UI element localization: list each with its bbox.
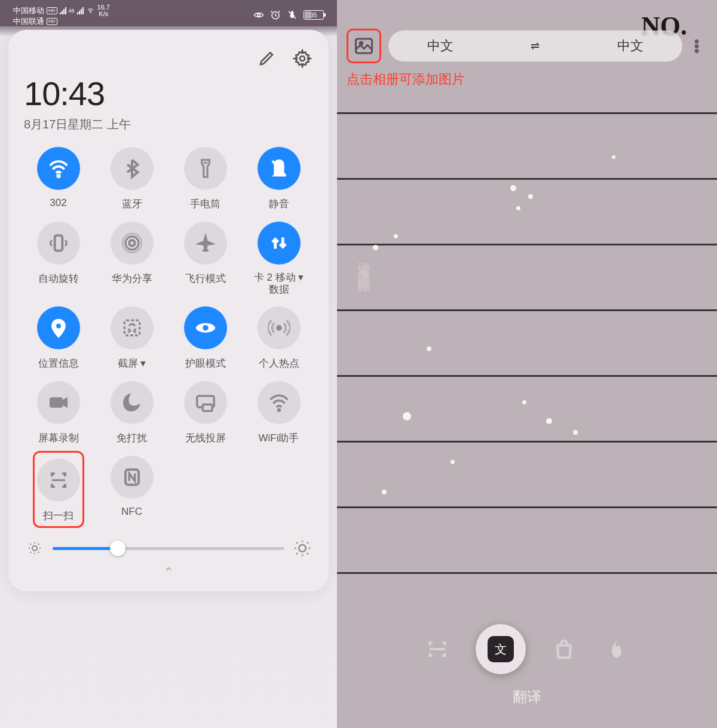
tile-share-label: 华为分享: [112, 272, 152, 285]
tile-nfc[interactable]: NFC: [97, 456, 166, 523]
tile-screenshot[interactable]: 截屏 ▾: [97, 306, 166, 370]
tile-share[interactable]: 华为分享: [97, 222, 166, 296]
tile-eye-label: 护眼模式: [185, 357, 226, 370]
tile-flashlight[interactable]: 手电筒: [171, 147, 240, 211]
tile-record-button[interactable]: [37, 381, 80, 424]
hotspot-icon: [268, 317, 290, 339]
quick-settings-panel: 10:43 8月17日星期二 上午 302蓝牙手电筒静音自动旋转华为分享飞行模式…: [8, 30, 329, 591]
shopping-button[interactable]: [550, 635, 578, 664]
scan-frame-icon: [426, 638, 449, 661]
align-hint-text: 请对准文字进行翻译: [355, 251, 373, 272]
tile-hotspot[interactable]: 个人热点: [244, 306, 313, 370]
svg-point-8: [129, 240, 135, 246]
svg-rect-15: [50, 398, 62, 407]
gallery-hint-text: 点击相册可添加图片: [347, 70, 465, 88]
scan-bottom-bar: 文: [337, 624, 717, 674]
tile-cast-button[interactable]: [184, 381, 227, 424]
tile-airplane-button[interactable]: [184, 222, 227, 265]
brightness-track[interactable]: [53, 547, 284, 550]
tile-mute[interactable]: 静音: [244, 147, 313, 211]
target-language[interactable]: 中文: [617, 37, 644, 55]
bluetooth-icon: [121, 157, 143, 180]
tile-data-button[interactable]: [258, 222, 301, 265]
translate-shutter-button[interactable]: 文: [476, 624, 526, 674]
svg-point-18: [277, 408, 280, 411]
tile-scan-label: 扫一扫: [43, 509, 73, 523]
tile-flashlight-button[interactable]: [184, 147, 227, 190]
screenshot-icon: [121, 317, 143, 339]
signal-icon-1: [60, 7, 66, 14]
calorie-button[interactable]: [602, 635, 631, 664]
tile-location[interactable]: 位置信息: [24, 306, 93, 370]
dnd-icon: [121, 391, 143, 414]
tile-hotspot-button[interactable]: [258, 306, 301, 349]
svg-point-22: [299, 545, 306, 552]
record-icon: [47, 391, 70, 414]
tile-cast-label: 无线投屏: [185, 431, 226, 445]
svg-point-9: [125, 236, 138, 250]
tile-eye-button[interactable]: [184, 306, 227, 349]
tile-bluetooth[interactable]: 蓝牙: [97, 147, 166, 211]
tile-wifi-button[interactable]: [37, 147, 80, 190]
camera-viewfinder[interactable]: NO.: [337, 0, 717, 728]
swap-languages-icon[interactable]: ⇌: [531, 39, 540, 53]
more-menu-button[interactable]: •••: [690, 39, 704, 53]
tile-mute-label: 静音: [269, 197, 289, 211]
tile-nfc-button[interactable]: [111, 456, 154, 499]
translate-top-bar: 中文 ⇌ 中文 •••: [347, 29, 704, 63]
tile-record[interactable]: 屏幕录制: [24, 381, 93, 445]
brightness-slider[interactable]: [24, 540, 313, 557]
tile-eye[interactable]: 护眼模式: [171, 306, 240, 370]
battery-icon: 35: [304, 10, 324, 20]
tile-location-label: 位置信息: [38, 357, 79, 370]
source-language[interactable]: 中文: [427, 37, 454, 55]
location-icon: [47, 317, 70, 339]
tile-record-label: 屏幕录制: [38, 431, 79, 445]
cast-icon: [194, 391, 217, 414]
tile-wifihelp[interactable]: WiFi助手: [244, 381, 313, 445]
tile-dnd[interactable]: 免打扰: [97, 381, 166, 445]
settings-button[interactable]: [292, 48, 313, 69]
svg-rect-17: [203, 404, 212, 411]
edit-button[interactable]: [256, 48, 277, 69]
mute-status-icon: [287, 10, 298, 20]
flame-icon: [605, 638, 628, 661]
tile-dnd-button[interactable]: [111, 381, 154, 424]
tile-screenshot-button[interactable]: [111, 306, 154, 349]
svg-point-11: [56, 323, 62, 329]
data-icon: [268, 232, 290, 254]
tile-data[interactable]: 卡 2 移动 ▾数据: [244, 222, 313, 296]
clock-time[interactable]: 10:43: [24, 74, 313, 113]
tile-wifi[interactable]: 302: [24, 147, 93, 211]
nfc-icon: [121, 466, 143, 489]
tile-rotate-button[interactable]: [37, 222, 80, 265]
tile-wifihelp-button[interactable]: [258, 381, 301, 424]
tile-scan[interactable]: 扫一扫: [24, 456, 93, 523]
tile-nfc-label: NFC: [121, 506, 142, 518]
tile-mute-button[interactable]: [258, 147, 301, 190]
tile-bluetooth-button[interactable]: [111, 147, 154, 190]
gallery-button[interactable]: [347, 29, 381, 63]
tile-rotate-label: 自动旋转: [38, 272, 79, 285]
scan-code-button[interactable]: [423, 635, 452, 664]
tile-scan-button[interactable]: [37, 459, 80, 502]
translate-mode-label[interactable]: 翻译: [337, 687, 717, 707]
clock-date[interactable]: 8月17日星期二 上午: [24, 116, 313, 133]
wifihelp-icon: [268, 391, 290, 414]
tile-cast[interactable]: 无线投屏: [171, 381, 240, 445]
tile-location-button[interactable]: [37, 306, 80, 349]
rotate-icon: [47, 232, 70, 254]
tiles-grid: 302蓝牙手电筒静音自动旋转华为分享飞行模式卡 2 移动 ▾数据位置信息截屏 ▾…: [24, 147, 313, 523]
tile-airplane[interactable]: 飞行模式: [171, 222, 240, 296]
share-icon: [121, 232, 143, 254]
brightness-thumb[interactable]: [110, 540, 125, 556]
tile-share-button[interactable]: [111, 222, 154, 265]
language-selector[interactable]: 中文 ⇌ 中文: [388, 30, 682, 62]
hd-badge-2: HD: [47, 18, 57, 25]
tile-rotate[interactable]: 自动旋转: [24, 222, 93, 296]
flashlight-icon: [194, 157, 217, 180]
signal-icon-2: [77, 7, 84, 14]
svg-point-1: [258, 14, 261, 17]
collapse-chevron-icon[interactable]: ⌃: [24, 565, 313, 580]
shopping-bag-icon: [553, 638, 575, 661]
